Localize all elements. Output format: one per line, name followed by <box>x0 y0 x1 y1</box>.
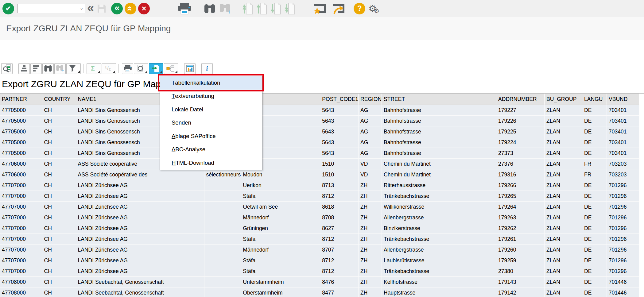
table-cell[interactable]: CH <box>42 223 76 234</box>
table-cell[interactable]: CH <box>42 137 76 148</box>
table-cell[interactable]: CH <box>42 277 76 287</box>
table-cell[interactable]: ZLAN <box>545 137 582 148</box>
table-cell[interactable]: Bahnhofstrasse <box>382 105 496 116</box>
table-cell[interactable]: 8708 <box>320 212 359 223</box>
find-next-button[interactable]: + <box>54 63 66 74</box>
table-cell[interactable]: 701296 <box>607 180 639 191</box>
table-cell[interactable]: 179259 <box>496 255 545 266</box>
filter-button[interactable] <box>66 63 81 74</box>
table-cell[interactable]: 47707000 <box>0 212 42 223</box>
table-cell[interactable]: Tränkebachstrasse <box>382 191 496 202</box>
table-cell[interactable]: LANDI Seebachtal, Genossenschaft <box>76 277 204 287</box>
table-cell[interactable]: Stäfa <box>241 191 320 202</box>
table-cell[interactable]: 47705000 <box>0 105 42 116</box>
export-menu-item-html-download[interactable]: HTML-Download <box>160 156 262 170</box>
table-cell[interactable]: ZLAN <box>545 148 582 159</box>
table-cell[interactable]: 1510 <box>320 169 359 180</box>
table-cell[interactable]: 179265 <box>496 191 545 202</box>
table-cell[interactable]: 703203 <box>607 159 639 169</box>
table-cell[interactable]: LANDI Seebachtal, Genossenschaft <box>76 287 204 297</box>
table-cell[interactable]: 47705000 <box>0 137 42 148</box>
enter-button[interactable]: ✔ <box>2 3 14 14</box>
table-cell[interactable]: 5643 <box>320 137 359 148</box>
find-next-button[interactable]: + <box>219 3 232 14</box>
sort-ascending-button[interactable] <box>18 63 30 74</box>
table-cell[interactable] <box>204 202 241 212</box>
table-cell[interactable]: 703203 <box>607 169 639 180</box>
table-cell[interactable]: 701296 <box>607 223 639 234</box>
table-cell[interactable] <box>204 191 241 202</box>
table-cell[interactable]: 179143 <box>496 277 545 287</box>
table-cell[interactable]: 179142 <box>496 287 545 297</box>
table-cell[interactable]: ZH <box>359 234 382 245</box>
table-cell[interactable]: 47707000 <box>0 180 42 191</box>
table-cell[interactable]: DE <box>582 245 607 255</box>
table-cell[interactable]: ZLAN <box>545 159 582 169</box>
table-cell[interactable]: Bahnhofstrasse <box>382 116 496 126</box>
table-cell[interactable]: Allenbergstrasse <box>382 245 496 255</box>
table-cell[interactable]: 5643 <box>320 148 359 159</box>
table-cell[interactable]: 8707 <box>320 245 359 255</box>
table-cell[interactable]: 8477 <box>320 287 359 297</box>
table-cell[interactable]: 703401 <box>607 137 639 148</box>
table-cell[interactable]: Bahnhofstrasse <box>382 137 496 148</box>
column-header[interactable]: VBUND <box>607 94 639 105</box>
table-cell[interactable] <box>204 287 241 297</box>
table-cell[interactable]: CH <box>42 234 76 245</box>
table-cell[interactable]: ZLAN <box>545 277 582 287</box>
table-cell[interactable]: 47705000 <box>0 148 42 159</box>
table-cell[interactable]: 47707000 <box>0 234 42 245</box>
table-cell[interactable]: ZLAN <box>545 245 582 255</box>
collapse-toolbar-button[interactable]: « <box>87 5 94 12</box>
column-header[interactable]: REGION <box>359 94 382 105</box>
column-header[interactable]: PARTNER <box>0 94 42 105</box>
table-cell[interactable]: 47707000 <box>0 245 42 255</box>
table-cell[interactable]: 179266 <box>496 180 545 191</box>
table-cell[interactable]: AG <box>359 126 382 137</box>
table-cell[interactable]: 703401 <box>607 126 639 137</box>
table-cell[interactable]: 701446 <box>607 287 639 297</box>
table-cell[interactable]: 701296 <box>607 245 639 255</box>
table-cell[interactable]: 47707000 <box>0 191 42 202</box>
table-cell[interactable]: 179264 <box>496 202 545 212</box>
table-cell[interactable]: 701446 <box>607 277 639 287</box>
last-page-button[interactable] <box>285 2 295 15</box>
column-header[interactable]: ADDRNUMBER <box>496 94 545 105</box>
help-button[interactable]: ? <box>354 3 365 14</box>
table-cell[interactable]: 8627 <box>320 223 359 234</box>
table-cell[interactable]: Moudon <box>241 169 320 180</box>
info-button[interactable]: i <box>201 63 213 74</box>
table-cell[interactable] <box>204 277 241 287</box>
table-cell[interactable]: LANDI Zürichsee AG <box>76 191 204 202</box>
table-cell[interactable]: Binzikerstrasse <box>382 223 496 234</box>
table-cell[interactable]: 8713 <box>320 180 359 191</box>
export-menu-item-senden[interactable]: Senden <box>160 116 262 130</box>
sort-descending-button[interactable] <box>30 63 42 74</box>
table-cell[interactable]: 8712 <box>320 255 359 266</box>
table-cell[interactable]: ZH <box>359 255 382 266</box>
table-cell[interactable]: 47707000 <box>0 202 42 212</box>
table-cell[interactable]: 701296 <box>607 202 639 212</box>
table-cell[interactable]: 47708000 <box>0 287 42 297</box>
table-cell[interactable]: ZH <box>359 277 382 287</box>
table-cell[interactable]: CH <box>42 266 76 277</box>
table-cell[interactable]: 47706000 <box>0 169 42 180</box>
column-header[interactable]: STREET <box>382 94 496 105</box>
table-cell[interactable]: DE <box>582 180 607 191</box>
table-cell[interactable]: 179263 <box>496 212 545 223</box>
table-cell[interactable]: 179227 <box>496 105 545 116</box>
table-cell[interactable]: ZLAN <box>545 105 582 116</box>
table-cell[interactable]: 27376 <box>496 159 545 169</box>
table-cell[interactable]: ZH <box>359 266 382 277</box>
table-cell[interactable]: sélectionneurs <box>204 169 241 180</box>
table-cell[interactable]: ZLAN <box>545 180 582 191</box>
table-cell[interactable]: 701296 <box>607 212 639 223</box>
next-page-button[interactable] <box>271 2 281 15</box>
table-cell[interactable]: 703401 <box>607 116 639 126</box>
table-cell[interactable]: 47707000 <box>0 255 42 266</box>
table-cell[interactable]: 27380 <box>496 266 545 277</box>
table-cell[interactable]: Oetwil am See <box>241 202 320 212</box>
table-cell[interactable]: LANDI Zürichsee AG <box>76 245 204 255</box>
table-cell[interactable]: LANDI Zürichsee AG <box>76 202 204 212</box>
table-cell[interactable]: ZLAN <box>545 223 582 234</box>
